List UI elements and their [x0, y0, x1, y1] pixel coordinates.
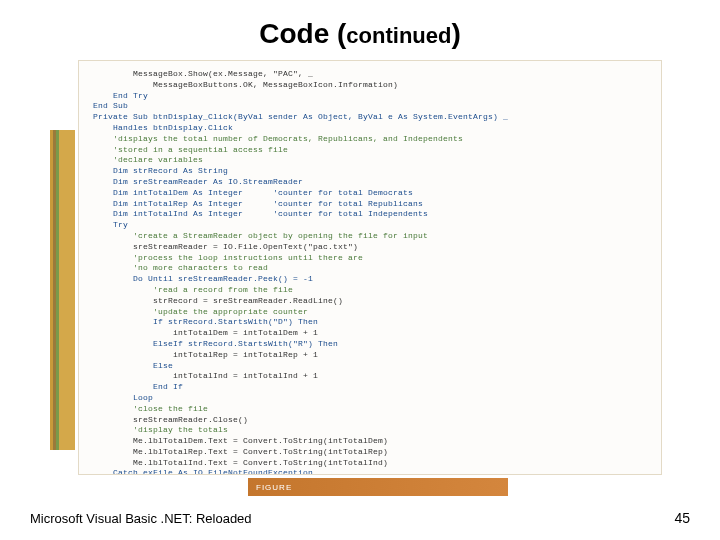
slide-footer: Microsoft Visual Basic .NET: Reloaded 45: [30, 510, 690, 526]
code-line: 'update the appropriate counter: [93, 307, 649, 318]
code-line: intTotalDem = intTotalDem + 1: [93, 328, 649, 339]
code-panel: MessageBox.Show(ex.Message, "PAC", _ Mes…: [78, 60, 662, 475]
title-word-2: continued: [346, 23, 451, 48]
code-line: Dim strRecord As String: [93, 166, 649, 177]
code-line: If strRecord.StartsWith("D") Then: [93, 317, 649, 328]
title-word-1: Code: [259, 18, 329, 49]
code-line: 'read a record from the file: [93, 285, 649, 296]
code-line: Dim intTotalRep As Integer 'counter for …: [93, 199, 649, 210]
code-line: Dim intTotalDem As Integer 'counter for …: [93, 188, 649, 199]
code-line: Private Sub btnDisplay_Click(ByVal sende…: [93, 112, 649, 123]
slide-number: 45: [674, 510, 690, 526]
code-line: strRecord = sreStreamReader.ReadLine(): [93, 296, 649, 307]
figure-caption-band: FIGURE: [248, 478, 508, 496]
decorative-side-band: [50, 130, 75, 450]
code-line: 'process the loop instructions until the…: [93, 253, 649, 264]
code-line: Me.lblTotalDem.Text = Convert.ToString(i…: [93, 436, 649, 447]
code-line: End Try: [93, 91, 649, 102]
code-line: 'display the totals: [93, 425, 649, 436]
code-line: MessageBoxButtons.OK, MessageBoxIcon.Inf…: [93, 80, 649, 91]
code-line: Me.lblTotalRep.Text = Convert.ToString(i…: [93, 447, 649, 458]
footer-left-text: Microsoft Visual Basic .NET: Reloaded: [30, 511, 252, 526]
code-line: 'stored in a sequential access file: [93, 145, 649, 156]
code-line: Try: [93, 220, 649, 231]
code-line: 'declare variables: [93, 155, 649, 166]
code-line: Dim intTotalInd As Integer 'counter for …: [93, 209, 649, 220]
code-line: intTotalInd = intTotalInd + 1: [93, 371, 649, 382]
code-line: End If: [93, 382, 649, 393]
code-line: 'displays the total number of Democrats,…: [93, 134, 649, 145]
code-line: Loop: [93, 393, 649, 404]
title-paren-close: ): [451, 18, 460, 49]
code-line: MessageBox.Show(ex.Message, "PAC", _: [93, 69, 649, 80]
code-line: 'create a StreamReader object by opening…: [93, 231, 649, 242]
code-line: sreStreamReader.Close(): [93, 415, 649, 426]
code-line: Catch exFile As IO.FileNotFoundException: [93, 468, 649, 475]
code-line: Else: [93, 361, 649, 372]
code-line: Handles btnDisplay.Click: [93, 123, 649, 134]
code-line: 'close the file: [93, 404, 649, 415]
code-line: End Sub: [93, 101, 649, 112]
code-line: intTotalRep = intTotalRep + 1: [93, 350, 649, 361]
figure-caption-label: FIGURE: [256, 483, 292, 492]
code-line: Do Until sreStreamReader.Peek() = -1: [93, 274, 649, 285]
title-paren-open: (: [329, 18, 346, 49]
code-line: ElseIf strRecord.StartsWith("R") Then: [93, 339, 649, 350]
code-line: Me.lblTotalInd.Text = Convert.ToString(i…: [93, 458, 649, 469]
code-line: 'no more characters to read: [93, 263, 649, 274]
code-line: sreStreamReader = IO.File.OpenText("pac.…: [93, 242, 649, 253]
slide-title: Code (continued): [0, 0, 720, 60]
code-line: Dim sreStreamReader As IO.StreamReader: [93, 177, 649, 188]
